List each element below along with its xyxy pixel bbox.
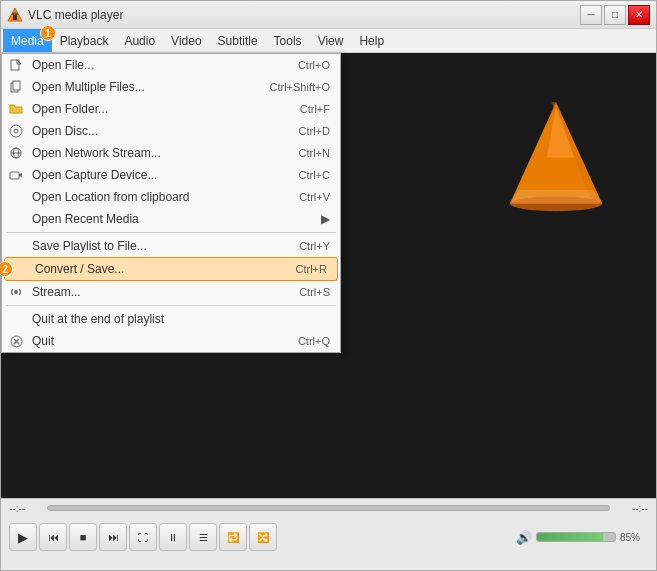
menu-item-media[interactable]: Media 1 xyxy=(3,29,52,52)
svg-rect-12 xyxy=(10,172,19,179)
menu-open-folder[interactable]: Open Folder... Ctrl+F xyxy=(2,98,340,120)
vlc-logo xyxy=(496,93,616,213)
controls-row: ▶ ⏮ ■ ⏭ ⛶ ⏸ ☰ 🔁 🔀 🔊 85% xyxy=(1,517,656,557)
menu-open-file[interactable]: Open File... Ctrl+O xyxy=(2,54,340,76)
loop-button[interactable]: 🔁 xyxy=(219,523,247,551)
svg-rect-6 xyxy=(13,81,20,90)
menu-quit-end[interactable]: Quit at the end of playlist xyxy=(2,308,340,330)
play-button[interactable]: ▶ xyxy=(9,523,37,551)
menu-recent-media[interactable]: Open Recent Media ▶ xyxy=(2,208,340,230)
folder-icon xyxy=(8,101,24,117)
menu-open-multiple[interactable]: Open Multiple Files... Ctrl+Shift+O xyxy=(2,76,340,98)
svg-point-8 xyxy=(14,129,18,133)
maximize-button[interactable]: □ xyxy=(604,5,626,25)
fullscreen-button[interactable]: ⛶ xyxy=(129,523,157,551)
menu-save-playlist[interactable]: Save Playlist to File... Ctrl+Y xyxy=(2,235,340,257)
menu-open-disc[interactable]: Open Disc... Ctrl+D xyxy=(2,120,340,142)
menu-open-network[interactable]: Open Network Stream... Ctrl+N xyxy=(2,142,340,164)
volume-icon: 🔊 xyxy=(516,530,532,545)
time-bar: --:-- --:-- xyxy=(1,499,656,517)
menu-item-playback[interactable]: Playback xyxy=(52,29,117,52)
menu-bar: Media 1 Playback Audio Video Subtitle To… xyxy=(1,29,656,53)
menu-open-location[interactable]: Open Location from clipboard Ctrl+V xyxy=(2,186,340,208)
quit-icon xyxy=(8,333,24,349)
volume-fill xyxy=(537,533,603,541)
playlist-button[interactable]: ☰ xyxy=(189,523,217,551)
menu-stream[interactable]: Stream... Ctrl+S xyxy=(2,281,340,303)
menu-quit[interactable]: Quit Ctrl+Q xyxy=(2,330,340,352)
stop-button[interactable]: ■ xyxy=(69,523,97,551)
svg-marker-22 xyxy=(510,190,602,204)
network-icon xyxy=(8,145,24,161)
separator-2 xyxy=(6,305,336,306)
convert-badge: 2 xyxy=(0,261,13,277)
next-button[interactable]: ⏭ xyxy=(99,523,127,551)
menu-item-subtitle[interactable]: Subtitle xyxy=(210,29,266,52)
prev-button[interactable]: ⏮ xyxy=(39,523,67,551)
seek-track[interactable] xyxy=(47,505,610,511)
media-dropdown: Open File... Ctrl+O Open Multiple Files.… xyxy=(1,53,341,353)
volume-bar[interactable] xyxy=(536,532,616,542)
menu-open-capture[interactable]: Open Capture Device... Ctrl+C xyxy=(2,164,340,186)
menu-item-video[interactable]: Video xyxy=(163,29,209,52)
capture-icon xyxy=(8,167,24,183)
time-end: --:-- xyxy=(616,503,648,514)
separator-1 xyxy=(6,232,336,233)
volume-label: 85% xyxy=(620,532,648,543)
media-badge: 1 xyxy=(40,25,56,41)
svg-point-14 xyxy=(14,290,18,294)
svg-rect-1 xyxy=(13,15,17,20)
menu-item-view[interactable]: View xyxy=(310,29,352,52)
vlc-window: VLC media player ─ □ ✕ Media 1 Playback … xyxy=(0,0,657,571)
menu-item-help[interactable]: Help xyxy=(351,29,392,52)
menu-item-tools[interactable]: Tools xyxy=(266,29,310,52)
open-multiple-icon xyxy=(8,79,24,95)
random-button[interactable]: 🔀 xyxy=(249,523,277,551)
app-icon xyxy=(7,7,23,23)
svg-point-7 xyxy=(10,125,22,137)
controls-bar: --:-- --:-- ▶ ⏮ ■ ⏭ ⛶ ⏸ ☰ 🔁 🔀 🔊 85% xyxy=(1,498,656,570)
time-start: --:-- xyxy=(9,503,41,514)
title-bar: VLC media player ─ □ ✕ xyxy=(1,1,656,29)
volume-area: 🔊 85% xyxy=(516,530,648,545)
window-title: VLC media player xyxy=(28,8,580,22)
window-controls: ─ □ ✕ xyxy=(580,5,650,25)
menu-convert-save[interactable]: 2 Convert / Save... Ctrl+R xyxy=(4,257,338,281)
stream-icon xyxy=(8,284,24,300)
svg-point-2 xyxy=(12,12,18,15)
menu-item-audio[interactable]: Audio xyxy=(116,29,163,52)
disc-icon xyxy=(8,123,24,139)
submenu-arrow: ▶ xyxy=(321,212,330,226)
close-button[interactable]: ✕ xyxy=(628,5,650,25)
open-file-icon xyxy=(8,57,24,73)
extended-button[interactable]: ⏸ xyxy=(159,523,187,551)
minimize-button[interactable]: ─ xyxy=(580,5,602,25)
